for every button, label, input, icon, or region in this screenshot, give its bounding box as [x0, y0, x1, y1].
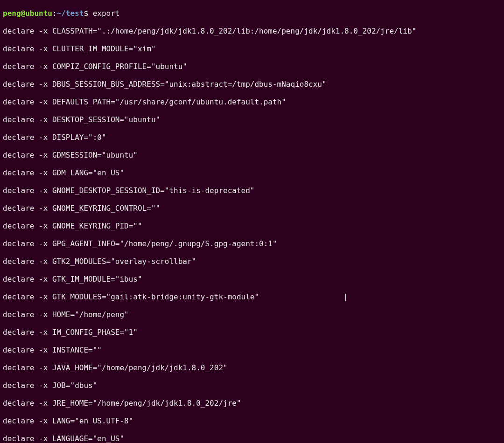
env-line-clutter-im-module: declare -x CLUTTER_IM_MODULE="xim"	[3, 44, 501, 53]
env-gtk-modules-text: declare -x GTK_MODULES="gail:atk-bridge:…	[3, 292, 259, 301]
env-line-classpath: declare -x CLASSPATH=".:/home/peng/jdk/j…	[3, 27, 501, 35]
env-line-gtk-im-module: declare -x GTK_IM_MODULE="ibus"	[3, 275, 501, 284]
env-line-language: declare -x LANGUAGE="en_US"	[3, 434, 501, 443]
prompt-path: ~/test	[57, 9, 84, 18]
env-line-gdm-lang: declare -x GDM_LANG="en_US"	[3, 168, 501, 177]
prompt-host: ubuntu	[25, 9, 52, 18]
prompt-at: @	[21, 9, 26, 18]
env-line-display: declare -x DISPLAY=":0"	[3, 133, 501, 142]
env-line-lang: declare -x LANG="en_US.UTF-8"	[3, 416, 501, 425]
env-line-compiz-config-profile: declare -x COMPIZ_CONFIG_PROFILE="ubuntu…	[3, 62, 501, 71]
env-line-gnome-desktop-session-id: declare -x GNOME_DESKTOP_SESSION_ID="thi…	[3, 186, 501, 195]
env-line-gtk2-modules: declare -x GTK2_MODULES="overlay-scrollb…	[3, 257, 501, 266]
env-line-java-home: declare -x JAVA_HOME="/home/peng/jdk/jdk…	[3, 363, 501, 372]
env-line-desktop-session: declare -x DESKTOP_SESSION="ubuntu"	[3, 115, 501, 124]
env-line-home: declare -x HOME="/home/peng"	[3, 310, 501, 319]
env-line-gnome-keyring-pid: declare -x GNOME_KEYRING_PID=""	[3, 222, 501, 230]
env-line-gtk-modules: declare -x GTK_MODULES="gail:atk-bridge:…	[3, 292, 501, 301]
command-text: export	[93, 9, 120, 18]
prompt-colon: :	[52, 9, 57, 18]
prompt-dollar: $	[84, 9, 88, 18]
env-line-defaults-path: declare -x DEFAULTS_PATH="/usr/share/gco…	[3, 97, 501, 106]
prompt-user: peng	[3, 9, 21, 18]
text-cursor-icon	[345, 294, 346, 301]
env-line-gpg-agent-info: declare -x GPG_AGENT_INFO="/home/peng/.g…	[3, 239, 501, 248]
env-line-instance: declare -x INSTANCE=""	[3, 346, 501, 354]
env-line-dbus-session-bus-address: declare -x DBUS_SESSION_BUS_ADDRESS="uni…	[3, 80, 501, 89]
env-line-job: declare -x JOB="dbus"	[3, 381, 501, 390]
env-line-jre-home: declare -x JRE_HOME="/home/peng/jdk/jdk1…	[3, 399, 501, 408]
terminal-viewport[interactable]: peng@ubuntu:~/test$ export declare -x CL…	[0, 0, 504, 443]
env-line-im-config-phase: declare -x IM_CONFIG_PHASE="1"	[3, 328, 501, 337]
prompt-line: peng@ubuntu:~/test$ export	[3, 9, 501, 18]
env-line-gnome-keyring-control: declare -x GNOME_KEYRING_CONTROL=""	[3, 204, 501, 213]
env-line-gdmsession: declare -x GDMSESSION="ubuntu"	[3, 151, 501, 159]
